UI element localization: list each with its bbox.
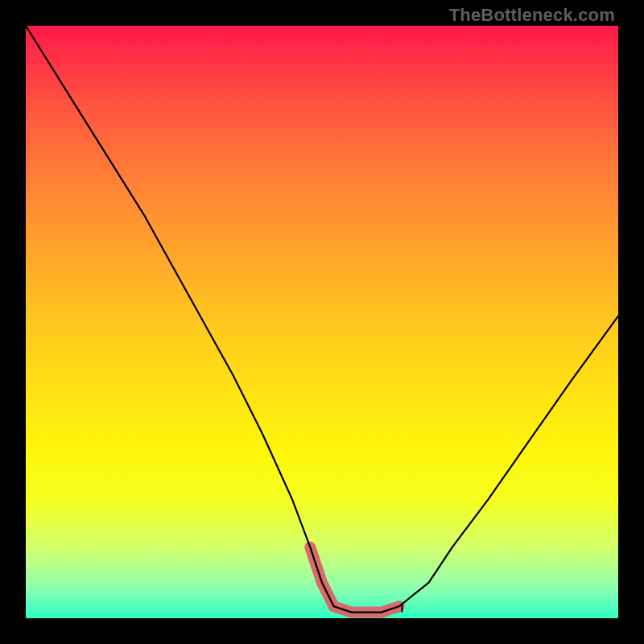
chart-svg [26,26,618,618]
chart-container: TheBottleneck.com [0,0,644,644]
plot-area [26,26,618,618]
watermark-text: TheBottleneck.com [449,5,615,26]
bottleneck-curve [26,26,618,613]
valley-highlight [310,547,398,613]
